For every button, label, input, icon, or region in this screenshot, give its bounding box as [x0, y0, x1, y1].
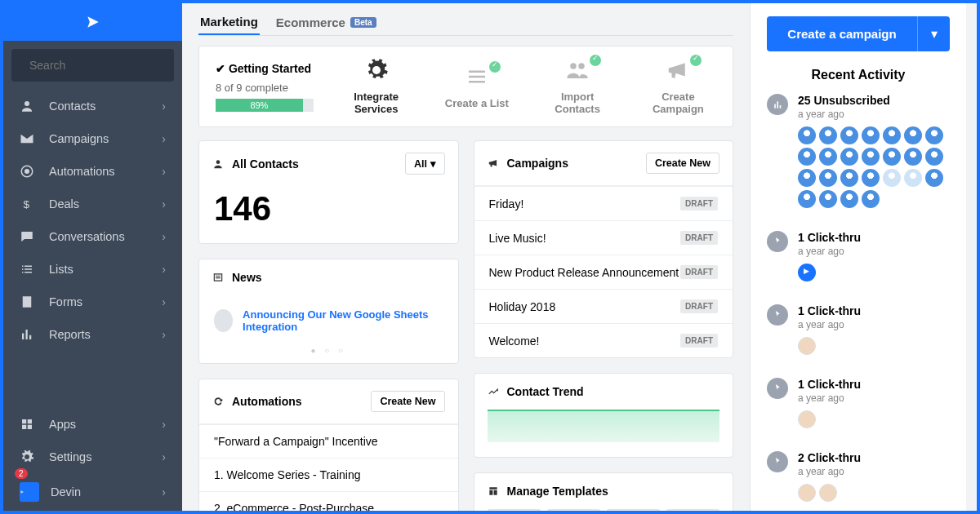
step-import[interactable]: Import Contacts: [540, 58, 616, 115]
chevron-right-icon: ›: [162, 132, 166, 145]
filter-select[interactable]: All ▾: [405, 153, 444, 175]
target-icon: [20, 164, 34, 179]
chevron-right-icon: ›: [162, 295, 166, 308]
news-link[interactable]: Announcing Our New Google Sheets Integra…: [243, 308, 443, 333]
sidebar-item-forms[interactable]: Forms ›: [3, 286, 182, 318]
beta-badge: Beta: [350, 17, 376, 28]
pagination-dots[interactable]: ● ○ ○: [199, 346, 458, 363]
form-icon: [20, 295, 34, 309]
chevron-right-icon: ›: [162, 100, 166, 113]
card-title: News: [232, 271, 262, 284]
progress-fill: 89%: [216, 99, 303, 112]
activity-title: 2 Click-thru: [798, 451, 950, 464]
chart-icon: [20, 327, 34, 342]
card-title: Contact Trend: [507, 385, 584, 398]
chevron-right-icon: ›: [162, 197, 166, 210]
click-icon: [767, 231, 788, 252]
user-avatar: [798, 410, 816, 428]
tab-marketing[interactable]: Marketing: [198, 10, 260, 35]
step-campaign[interactable]: Create Campaign: [640, 58, 716, 115]
activity-item[interactable]: 1 Click-thru a year ago: [767, 304, 950, 355]
card-title: Manage Templates: [507, 485, 608, 498]
click-icon: [767, 378, 788, 399]
megaphone-icon: [666, 58, 690, 82]
campaign-row[interactable]: Live Music!DRAFT: [474, 220, 733, 255]
gs-subtitle: 8 of 9 complete: [216, 82, 314, 94]
automation-row[interactable]: 1. Welcome Series - Training: [199, 458, 458, 491]
chevron-down-icon: ▾: [931, 26, 938, 42]
chevron-right-icon: ›: [162, 485, 166, 498]
activity-time: a year ago: [798, 246, 950, 257]
template-thumb[interactable]: [666, 509, 719, 511]
step-label: Import Contacts: [540, 91, 616, 115]
activity-time: a year ago: [798, 109, 950, 120]
unsubscribe-icon: [767, 94, 788, 115]
gs-title: Getting Started: [216, 62, 314, 75]
sidebar-item-lists[interactable]: Lists ›: [3, 253, 182, 286]
arrow-avatar: [798, 264, 816, 281]
create-campaign-button[interactable]: Create New: [646, 153, 719, 174]
activity-item[interactable]: 2 Click-thru a year ago: [767, 451, 950, 502]
sidebar-item-campaigns[interactable]: Campaigns ›: [3, 122, 182, 155]
card-title: All Contacts: [232, 157, 299, 171]
check-icon: [489, 61, 501, 73]
sidebar-item-apps[interactable]: Apps ›: [3, 408, 182, 441]
app-logo[interactable]: [3, 3, 182, 41]
right-rail: Create a campaign ▾ Recent Activity 25 U…: [750, 3, 966, 511]
sidebar-item-automations[interactable]: Automations ›: [3, 155, 182, 188]
sidebar-item-deals[interactable]: $ Deals ›: [3, 188, 182, 220]
news-icon: [212, 272, 224, 283]
click-icon: [767, 451, 788, 472]
create-campaign-button[interactable]: Create a campaign: [767, 16, 917, 51]
step-integrate[interactable]: Integrate Services: [338, 58, 414, 115]
progress-bar: 89%: [216, 99, 314, 112]
step-label: Integrate Services: [338, 91, 414, 115]
click-icon: [767, 304, 788, 326]
search-input-wrap[interactable]: [11, 49, 174, 82]
activity-time: a year ago: [798, 319, 950, 330]
campaign-row[interactable]: New Product Release AnnouncementDRAFT: [474, 255, 733, 289]
template-thumb[interactable]: [547, 509, 600, 511]
tab-label: Ecommerce: [276, 16, 345, 29]
sidebar-item-user[interactable]: 2 Devin ›: [3, 473, 182, 511]
activity-item[interactable]: 25 Unsubscribed a year ago: [767, 94, 950, 208]
nav-label: Apps: [49, 418, 76, 431]
nav-label: Reports: [49, 328, 91, 341]
trend-icon: [488, 386, 499, 397]
campaign-row[interactable]: Holiday 2018DRAFT: [474, 289, 733, 323]
contacts-icon: [20, 99, 34, 113]
contacts-card: All Contacts All ▾ 146: [198, 140, 459, 244]
list-icon: [465, 64, 489, 89]
templates-card: Manage Templates: [474, 472, 734, 511]
sidebar-item-settings[interactable]: Settings ›: [3, 441, 182, 473]
automation-row[interactable]: 2. eCommerce - Post-Purchase: [199, 491, 458, 511]
campaign-row[interactable]: Welcome!DRAFT: [474, 323, 733, 357]
sidebar-item-conversations[interactable]: Conversations ›: [3, 220, 182, 253]
create-dropdown[interactable]: ▾: [917, 16, 950, 51]
chevron-right-icon: ›: [162, 418, 166, 431]
chevron-right-icon: ›: [162, 450, 166, 463]
template-thumb[interactable]: [607, 509, 660, 511]
user-avatar: [798, 337, 816, 355]
campaign-row[interactable]: Friday!DRAFT: [474, 186, 733, 220]
activity-item[interactable]: 1 Click-thru a year ago: [767, 378, 950, 428]
main: Marketing Ecommerce Beta Getting Started…: [182, 3, 977, 511]
svg-text:$: $: [24, 198, 30, 210]
chevron-right-icon: ›: [162, 263, 166, 276]
user-avatar-icon: [20, 482, 39, 502]
sidebar-item-reports[interactable]: Reports ›: [3, 318, 182, 351]
automation-row[interactable]: "Forward a Campaign" Incentive: [199, 424, 458, 458]
template-thumb[interactable]: [488, 509, 541, 511]
step-list[interactable]: Create a List: [439, 64, 514, 109]
apps-icon: [20, 417, 34, 432]
trend-card: Contact Trend: [474, 373, 734, 458]
person-icon: [212, 158, 224, 170]
create-automation-button[interactable]: Create New: [371, 391, 444, 412]
search-input[interactable]: [29, 59, 172, 72]
sidebar-item-contacts[interactable]: Contacts ›: [3, 90, 182, 122]
card-title: Automations: [232, 395, 302, 408]
tab-ecommerce[interactable]: Ecommerce Beta: [274, 10, 378, 35]
chevron-right-icon: ›: [162, 328, 166, 341]
status-badge: DRAFT: [680, 299, 718, 313]
activity-item[interactable]: 1 Click-thru a year ago: [767, 231, 950, 281]
